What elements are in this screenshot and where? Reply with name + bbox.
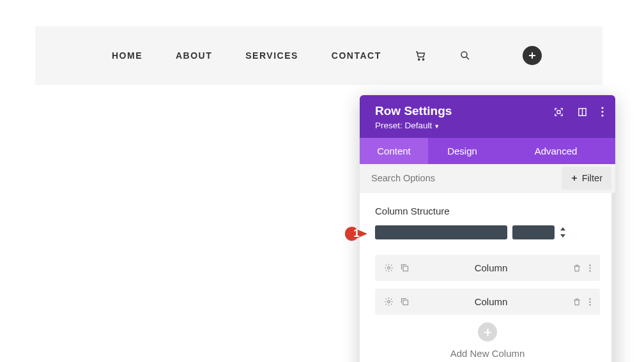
filter-button[interactable]: Filter — [562, 167, 611, 190]
svg-point-6 — [601, 107, 603, 109]
column-item[interactable]: Column — [375, 289, 600, 315]
structure-bar-large — [375, 225, 507, 239]
search-icon[interactable] — [459, 50, 471, 61]
duplicate-icon[interactable] — [400, 297, 410, 306]
column-label: Column — [410, 262, 572, 273]
top-nav-bar: HOME ABOUT SERVICES CONTACT — [35, 26, 602, 85]
column-label: Column — [410, 296, 572, 307]
tab-design[interactable]: Design — [428, 138, 496, 164]
svg-point-9 — [388, 267, 390, 269]
svg-point-16 — [589, 298, 590, 299]
structure-bar-small — [512, 225, 555, 239]
responsive-icon[interactable] — [578, 107, 587, 117]
panel-body: Column Structure Column Col — [360, 193, 615, 362]
duplicate-icon[interactable] — [400, 263, 410, 273]
row-settings-panel: Row Settings Preset: Default▼ Content De… — [360, 95, 615, 362]
trash-icon[interactable] — [572, 298, 581, 306]
add-column-section: Add New Column — [375, 322, 600, 359]
svg-rect-15 — [403, 300, 408, 305]
nav-about[interactable]: ABOUT — [176, 50, 212, 61]
tab-content[interactable]: Content — [360, 138, 428, 164]
structure-sort-icon[interactable] — [560, 227, 571, 238]
search-options-input[interactable] — [360, 165, 562, 191]
add-column-button[interactable] — [478, 322, 497, 342]
add-button[interactable] — [523, 46, 542, 65]
more-icon[interactable] — [589, 298, 591, 306]
search-bar: Filter — [360, 164, 615, 193]
tab-advanced[interactable]: Advanced — [496, 138, 615, 164]
svg-point-2 — [461, 52, 467, 57]
panel-header-actions — [554, 107, 604, 117]
panel-header: Row Settings Preset: Default▼ — [360, 95, 615, 138]
focus-icon[interactable] — [554, 107, 564, 117]
caret-down-icon: ▼ — [434, 123, 440, 130]
nav-home[interactable]: HOME — [112, 50, 142, 61]
svg-point-7 — [601, 110, 603, 112]
svg-point-18 — [589, 304, 590, 305]
gear-icon[interactable] — [384, 297, 394, 306]
column-item[interactable]: Column — [375, 255, 600, 281]
add-column-label: Add New Column — [375, 348, 600, 359]
nav-links: HOME ABOUT SERVICES CONTACT — [112, 50, 471, 61]
svg-point-13 — [589, 270, 590, 271]
preset-label: Preset: Default — [375, 121, 432, 130]
trash-icon[interactable] — [572, 264, 581, 273]
svg-rect-3 — [557, 110, 560, 114]
cart-icon[interactable] — [415, 50, 426, 61]
preset-dropdown[interactable]: Preset: Default▼ — [375, 121, 600, 130]
svg-point-1 — [422, 59, 424, 60]
filter-label: Filter — [582, 173, 602, 183]
svg-rect-10 — [403, 266, 408, 271]
more-menu-icon[interactable] — [601, 107, 604, 117]
svg-point-0 — [418, 59, 419, 60]
column-structure-selector[interactable] — [375, 225, 600, 239]
panel-tabs: Content Design Advanced — [360, 138, 615, 164]
nav-contact[interactable]: CONTACT — [332, 50, 381, 61]
nav-services[interactable]: SERVICES — [245, 50, 298, 61]
column-structure-label: Column Structure — [375, 206, 600, 216]
svg-point-14 — [388, 301, 390, 303]
svg-point-12 — [589, 267, 590, 268]
svg-point-17 — [589, 301, 590, 302]
plus-icon — [571, 174, 578, 182]
gear-icon[interactable] — [384, 263, 394, 273]
svg-point-8 — [601, 114, 603, 116]
more-icon[interactable] — [589, 264, 591, 273]
svg-point-11 — [589, 264, 590, 266]
